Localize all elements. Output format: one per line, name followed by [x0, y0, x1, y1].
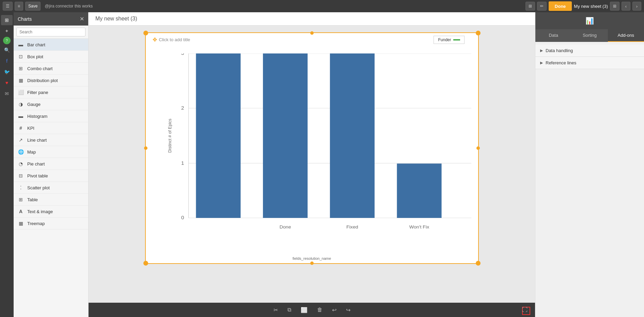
icon-sidebar: ⊞ ✦ ? 🔍 f 🐦 ♥ ✉ [0, 12, 14, 317]
chart-list: ▬ Bar chart ⊡ Box plot ⊞ Combo chart ▦ D… [14, 39, 88, 317]
chart-item-label: Histogram [27, 114, 47, 119]
bar-3[interactable] [330, 53, 374, 218]
resize-handle-tl[interactable] [143, 31, 148, 35]
view-toggle-btn[interactable]: ⊞ [610, 2, 619, 11]
chart-item-table[interactable]: ⊞ Table [14, 194, 88, 206]
line-chart-icon: ↗ [18, 137, 24, 143]
chart-item-filter[interactable]: ⬜ Filter pane [14, 86, 88, 98]
nav-back-btn[interactable]: ‹ [622, 2, 630, 11]
chart-header-icon: 📊 [585, 17, 594, 25]
move-icon: ✥ [153, 36, 157, 43]
kpi-icon: # [18, 125, 24, 131]
svg-text:3: 3 [181, 53, 184, 56]
heart-icon[interactable]: ♥ [1, 78, 13, 88]
edit-btn[interactable]: ✏ [537, 2, 547, 11]
app-menu-btn[interactable]: ☰ [3, 2, 13, 11]
svg-text:Done: Done [279, 224, 291, 230]
chart-item-label: Table [27, 197, 38, 202]
nav-forward-btn[interactable]: › [632, 2, 641, 11]
delete-button[interactable]: 🗑 [316, 305, 324, 314]
save-button[interactable]: Save [25, 2, 41, 11]
chart-widget[interactable]: ✥ Click to add title Funder [145, 32, 479, 264]
twitter-icon[interactable]: 🐦 [1, 67, 13, 77]
sheet-name-label: My new sheet (3) [574, 4, 608, 9]
done-button[interactable]: Done [549, 1, 572, 11]
paste-button[interactable]: ⬜ [299, 305, 309, 315]
funder-color-indicator [453, 39, 460, 41]
svg-text:1: 1 [181, 160, 184, 166]
redo-button[interactable]: ↪ [345, 305, 352, 315]
resize-handle-tm[interactable] [310, 31, 314, 35]
view-options-btn[interactable]: ⊞ [525, 2, 535, 11]
chart-item-kpi[interactable]: # KPI [14, 122, 88, 134]
click-title-area[interactable]: ✥ Click to add title [153, 36, 190, 43]
accordion-data-handling: ▶ Data handling [535, 45, 644, 57]
bar-chart-svg: 0 1 2 3 Distinct # of Epics [166, 53, 471, 239]
cut-button[interactable]: ✂ [272, 305, 279, 315]
chart-item-map[interactable]: 🌐 Map [14, 146, 88, 158]
chart-item-text[interactable]: A Text & image [14, 206, 88, 218]
combo-chart-icon: ⊞ [18, 66, 24, 71]
bar-1[interactable] [196, 53, 240, 218]
chart-item-histogram[interactable]: ▬ Histogram [14, 110, 88, 122]
mail-icon[interactable]: ✉ [1, 89, 13, 99]
accordion-data-handling-header[interactable]: ▶ Data handling [535, 45, 644, 57]
distribution-plot-icon: ▦ [18, 78, 24, 83]
chart-item-treemap[interactable]: ▦ Treemap [14, 218, 88, 229]
resize-handle-bm[interactable] [310, 261, 314, 265]
bar-4[interactable] [397, 163, 441, 218]
nav-btn[interactable]: ≡ [15, 2, 23, 11]
chart-item-bar[interactable]: ▬ Bar chart [14, 39, 88, 51]
search-icon[interactable]: 🔍 [1, 45, 13, 55]
chart-item-pivot[interactable]: ⊟ Pivot table [14, 170, 88, 182]
sheet-title: My new sheet (3) [95, 16, 137, 21]
copy-button[interactable]: ⧉ [286, 305, 293, 314]
resize-handle-br[interactable] [476, 261, 481, 266]
canvas-area: My new sheet (3) ✥ Click to add title [89, 12, 535, 317]
chart-item-label: Pie chart [27, 161, 45, 167]
chart-item-scatter[interactable]: ⁚ Scatter plot [14, 182, 88, 194]
chart-item-pie[interactable]: ◔ Pie chart [14, 158, 88, 170]
tab-data[interactable]: Data [535, 29, 571, 42]
chart-item-label: Bar chart [27, 42, 45, 47]
fullscreen-button[interactable]: ⛶ [521, 305, 529, 314]
accordion-reference-lines-label: Reference lines [546, 60, 576, 65]
puzzle-icon[interactable]: ✦ [1, 26, 13, 36]
grid-icon[interactable]: ⊞ [1, 15, 13, 25]
tab-addons[interactable]: Add-ons [608, 29, 644, 42]
bar-2[interactable] [263, 53, 308, 218]
chart-item-label: KPI [27, 126, 34, 131]
right-panel-content: ▶ Data handling ▶ Reference lines [535, 42, 644, 317]
svg-text:2: 2 [181, 105, 184, 111]
tab-sorting[interactable]: Sorting [571, 29, 608, 42]
chart-canvas-wrapper: ✥ Click to add title Funder [89, 26, 535, 303]
funder-text: Funder [438, 37, 451, 42]
chart-item-label: Scatter plot [27, 185, 50, 190]
bar-chart-icon: ▬ [18, 42, 24, 47]
facebook-icon[interactable]: f [1, 56, 13, 66]
undo-button[interactable]: ↩ [331, 305, 338, 315]
charts-close-btn[interactable]: ✕ [80, 16, 84, 22]
chart-item-label: Box plot [27, 54, 43, 59]
chart-item-label: Filter pane [27, 90, 48, 95]
click-title-label: Click to add title [159, 37, 190, 42]
chart-item-combo[interactable]: ⊞ Combo chart [14, 63, 88, 75]
chart-item-line[interactable]: ↗ Line chart [14, 134, 88, 146]
chart-item-gauge[interactable]: ◑ Gauge [14, 98, 88, 110]
right-panel-tabs: Data Sorting Add-ons [535, 29, 644, 42]
right-panel-header: 📊 [535, 12, 644, 29]
sheet-title-bar: My new sheet (3) [89, 12, 535, 26]
connector-label: @jira connector this works [45, 4, 93, 9]
pie-chart-icon: ◔ [18, 161, 24, 167]
chart-item-box[interactable]: ⊡ Box plot [14, 51, 88, 63]
chart-item-distribution[interactable]: ▦ Distribution plot [14, 75, 88, 86]
user-badge: ? [3, 37, 11, 44]
text-image-icon: A [18, 209, 24, 214]
accordion-reference-lines-header[interactable]: ▶ Reference lines [535, 57, 644, 69]
resize-handle-bl[interactable] [143, 261, 148, 266]
resize-handle-tr[interactable] [476, 31, 481, 35]
bar-chart-container: 0 1 2 3 Distinct # of Epics [146, 50, 478, 250]
arrow-icon-2: ▶ [540, 61, 543, 65]
search-input[interactable] [16, 28, 85, 36]
arrow-icon: ▶ [540, 48, 543, 53]
